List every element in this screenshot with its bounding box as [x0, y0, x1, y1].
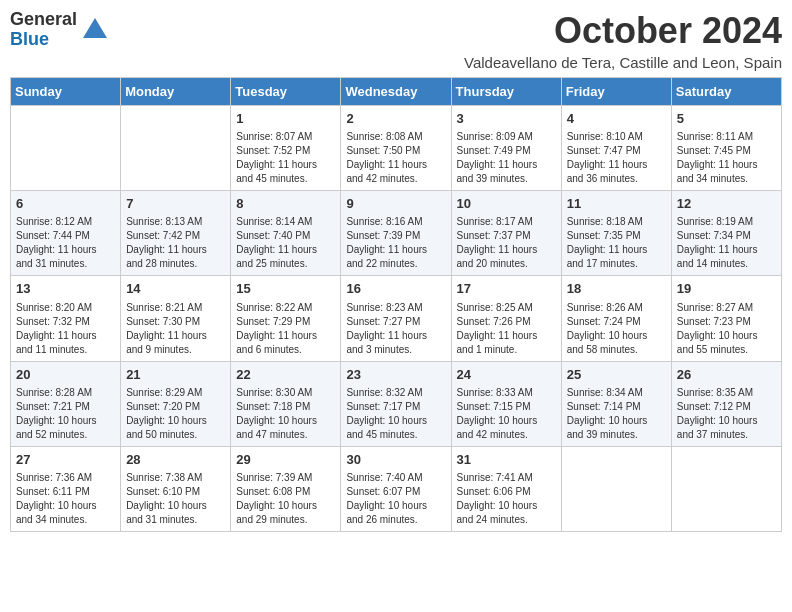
calendar-cell: 6Sunrise: 8:12 AMSunset: 7:44 PMDaylight…	[11, 191, 121, 276]
month-title: October 2024	[464, 10, 782, 52]
day-number: 18	[567, 280, 666, 298]
title-area: October 2024 Valdeavellano de Tera, Cast…	[464, 10, 782, 71]
logo-general: General	[10, 10, 77, 30]
day-number: 31	[457, 451, 556, 469]
day-number: 29	[236, 451, 335, 469]
calendar-cell: 20Sunrise: 8:28 AMSunset: 7:21 PMDayligh…	[11, 361, 121, 446]
cell-info: Sunrise: 8:22 AMSunset: 7:29 PMDaylight:…	[236, 301, 335, 357]
calendar-cell: 16Sunrise: 8:23 AMSunset: 7:27 PMDayligh…	[341, 276, 451, 361]
cell-info: Sunrise: 8:14 AMSunset: 7:40 PMDaylight:…	[236, 215, 335, 271]
calendar-cell: 25Sunrise: 8:34 AMSunset: 7:14 PMDayligh…	[561, 361, 671, 446]
day-number: 3	[457, 110, 556, 128]
calendar-cell	[671, 446, 781, 531]
calendar-table: SundayMondayTuesdayWednesdayThursdayFrid…	[10, 77, 782, 532]
cell-info: Sunrise: 8:12 AMSunset: 7:44 PMDaylight:…	[16, 215, 115, 271]
day-number: 7	[126, 195, 225, 213]
cell-info: Sunrise: 8:20 AMSunset: 7:32 PMDaylight:…	[16, 301, 115, 357]
cell-info: Sunrise: 8:35 AMSunset: 7:12 PMDaylight:…	[677, 386, 776, 442]
calendar-day-header: Tuesday	[231, 78, 341, 106]
calendar-cell: 4Sunrise: 8:10 AMSunset: 7:47 PMDaylight…	[561, 106, 671, 191]
calendar-cell: 15Sunrise: 8:22 AMSunset: 7:29 PMDayligh…	[231, 276, 341, 361]
day-number: 23	[346, 366, 445, 384]
day-number: 25	[567, 366, 666, 384]
cell-info: Sunrise: 8:26 AMSunset: 7:24 PMDaylight:…	[567, 301, 666, 357]
day-number: 28	[126, 451, 225, 469]
cell-info: Sunrise: 8:13 AMSunset: 7:42 PMDaylight:…	[126, 215, 225, 271]
cell-info: Sunrise: 7:40 AMSunset: 6:07 PMDaylight:…	[346, 471, 445, 527]
calendar-cell: 29Sunrise: 7:39 AMSunset: 6:08 PMDayligh…	[231, 446, 341, 531]
cell-info: Sunrise: 8:23 AMSunset: 7:27 PMDaylight:…	[346, 301, 445, 357]
calendar-cell: 12Sunrise: 8:19 AMSunset: 7:34 PMDayligh…	[671, 191, 781, 276]
day-number: 14	[126, 280, 225, 298]
cell-info: Sunrise: 8:11 AMSunset: 7:45 PMDaylight:…	[677, 130, 776, 186]
day-number: 27	[16, 451, 115, 469]
day-number: 16	[346, 280, 445, 298]
cell-info: Sunrise: 8:30 AMSunset: 7:18 PMDaylight:…	[236, 386, 335, 442]
day-number: 9	[346, 195, 445, 213]
calendar-cell: 27Sunrise: 7:36 AMSunset: 6:11 PMDayligh…	[11, 446, 121, 531]
cell-info: Sunrise: 8:29 AMSunset: 7:20 PMDaylight:…	[126, 386, 225, 442]
calendar-cell: 7Sunrise: 8:13 AMSunset: 7:42 PMDaylight…	[121, 191, 231, 276]
svg-marker-0	[83, 18, 107, 38]
calendar-cell: 30Sunrise: 7:40 AMSunset: 6:07 PMDayligh…	[341, 446, 451, 531]
calendar-cell: 18Sunrise: 8:26 AMSunset: 7:24 PMDayligh…	[561, 276, 671, 361]
cell-info: Sunrise: 8:19 AMSunset: 7:34 PMDaylight:…	[677, 215, 776, 271]
cell-info: Sunrise: 8:18 AMSunset: 7:35 PMDaylight:…	[567, 215, 666, 271]
cell-info: Sunrise: 7:39 AMSunset: 6:08 PMDaylight:…	[236, 471, 335, 527]
day-number: 2	[346, 110, 445, 128]
cell-info: Sunrise: 8:34 AMSunset: 7:14 PMDaylight:…	[567, 386, 666, 442]
logo-icon	[81, 16, 109, 44]
cell-info: Sunrise: 8:28 AMSunset: 7:21 PMDaylight:…	[16, 386, 115, 442]
logo: General Blue	[10, 10, 109, 50]
day-number: 5	[677, 110, 776, 128]
calendar-cell: 19Sunrise: 8:27 AMSunset: 7:23 PMDayligh…	[671, 276, 781, 361]
calendar-cell: 9Sunrise: 8:16 AMSunset: 7:39 PMDaylight…	[341, 191, 451, 276]
calendar-week-row: 13Sunrise: 8:20 AMSunset: 7:32 PMDayligh…	[11, 276, 782, 361]
day-number: 15	[236, 280, 335, 298]
cell-info: Sunrise: 8:21 AMSunset: 7:30 PMDaylight:…	[126, 301, 225, 357]
day-number: 8	[236, 195, 335, 213]
calendar-cell: 2Sunrise: 8:08 AMSunset: 7:50 PMDaylight…	[341, 106, 451, 191]
cell-info: Sunrise: 8:07 AMSunset: 7:52 PMDaylight:…	[236, 130, 335, 186]
calendar-cell: 11Sunrise: 8:18 AMSunset: 7:35 PMDayligh…	[561, 191, 671, 276]
day-number: 4	[567, 110, 666, 128]
cell-info: Sunrise: 8:17 AMSunset: 7:37 PMDaylight:…	[457, 215, 556, 271]
calendar-cell: 14Sunrise: 8:21 AMSunset: 7:30 PMDayligh…	[121, 276, 231, 361]
calendar-header-row: SundayMondayTuesdayWednesdayThursdayFrid…	[11, 78, 782, 106]
calendar-cell: 31Sunrise: 7:41 AMSunset: 6:06 PMDayligh…	[451, 446, 561, 531]
day-number: 24	[457, 366, 556, 384]
calendar-week-row: 6Sunrise: 8:12 AMSunset: 7:44 PMDaylight…	[11, 191, 782, 276]
calendar-day-header: Monday	[121, 78, 231, 106]
calendar-day-header: Friday	[561, 78, 671, 106]
cell-info: Sunrise: 7:38 AMSunset: 6:10 PMDaylight:…	[126, 471, 225, 527]
cell-info: Sunrise: 8:32 AMSunset: 7:17 PMDaylight:…	[346, 386, 445, 442]
day-number: 21	[126, 366, 225, 384]
cell-info: Sunrise: 8:08 AMSunset: 7:50 PMDaylight:…	[346, 130, 445, 186]
calendar-day-header: Sunday	[11, 78, 121, 106]
day-number: 11	[567, 195, 666, 213]
day-number: 13	[16, 280, 115, 298]
calendar-cell: 5Sunrise: 8:11 AMSunset: 7:45 PMDaylight…	[671, 106, 781, 191]
calendar-week-row: 20Sunrise: 8:28 AMSunset: 7:21 PMDayligh…	[11, 361, 782, 446]
day-number: 12	[677, 195, 776, 213]
header: General Blue October 2024 Valdeavellano …	[10, 10, 782, 71]
calendar-cell: 24Sunrise: 8:33 AMSunset: 7:15 PMDayligh…	[451, 361, 561, 446]
calendar-cell	[121, 106, 231, 191]
day-number: 22	[236, 366, 335, 384]
cell-info: Sunrise: 7:41 AMSunset: 6:06 PMDaylight:…	[457, 471, 556, 527]
day-number: 20	[16, 366, 115, 384]
calendar-cell	[561, 446, 671, 531]
calendar-cell: 10Sunrise: 8:17 AMSunset: 7:37 PMDayligh…	[451, 191, 561, 276]
logo-blue: Blue	[10, 30, 77, 50]
calendar-week-row: 27Sunrise: 7:36 AMSunset: 6:11 PMDayligh…	[11, 446, 782, 531]
cell-info: Sunrise: 8:10 AMSunset: 7:47 PMDaylight:…	[567, 130, 666, 186]
calendar-cell: 8Sunrise: 8:14 AMSunset: 7:40 PMDaylight…	[231, 191, 341, 276]
cell-info: Sunrise: 7:36 AMSunset: 6:11 PMDaylight:…	[16, 471, 115, 527]
calendar-cell: 17Sunrise: 8:25 AMSunset: 7:26 PMDayligh…	[451, 276, 561, 361]
calendar-cell: 26Sunrise: 8:35 AMSunset: 7:12 PMDayligh…	[671, 361, 781, 446]
cell-info: Sunrise: 8:09 AMSunset: 7:49 PMDaylight:…	[457, 130, 556, 186]
day-number: 10	[457, 195, 556, 213]
cell-info: Sunrise: 8:25 AMSunset: 7:26 PMDaylight:…	[457, 301, 556, 357]
day-number: 1	[236, 110, 335, 128]
calendar-cell: 13Sunrise: 8:20 AMSunset: 7:32 PMDayligh…	[11, 276, 121, 361]
